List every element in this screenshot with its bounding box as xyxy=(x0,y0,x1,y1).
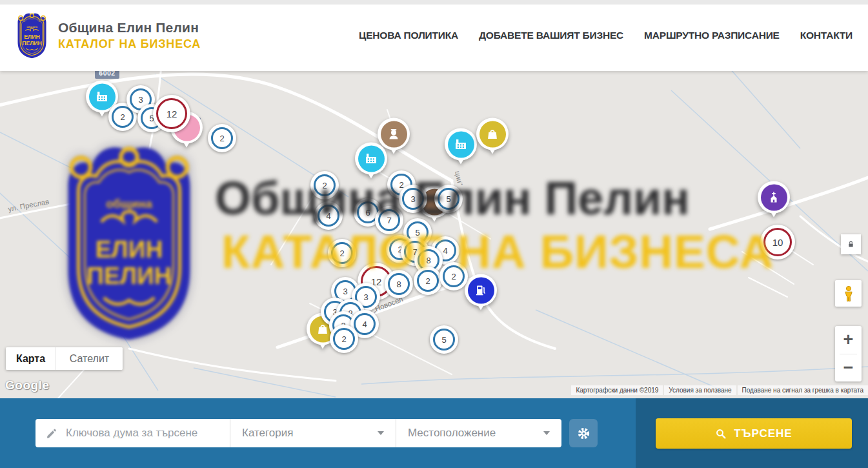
factory-icon xyxy=(94,89,110,105)
nav-item-contacts[interactable]: КОНТАКТИ xyxy=(800,30,853,41)
chevron-down-icon xyxy=(543,431,550,435)
worker-icon xyxy=(386,127,401,142)
cluster-count: 3 xyxy=(402,188,424,210)
category-select[interactable]: Категория xyxy=(230,419,396,447)
map-cluster-marker[interactable]: 2 xyxy=(330,325,358,353)
category-select-value: Категория xyxy=(242,427,293,440)
map-canvas[interactable]: 6002 ул. Преслав бул. „Новосел ции" 2351… xyxy=(0,71,868,398)
cluster-count: 8 xyxy=(388,273,410,295)
google-logo[interactable]: Google xyxy=(5,378,49,392)
cluster-count: 5 xyxy=(438,188,459,210)
pencil-icon xyxy=(46,427,58,440)
map-cluster-marker[interactable]: 12 xyxy=(153,95,190,132)
factory-icon xyxy=(363,151,379,167)
street-view-pegman-button[interactable] xyxy=(835,280,862,307)
keyword-field-wrap xyxy=(35,419,230,447)
map-pin-marker[interactable] xyxy=(355,143,387,175)
pin-ball xyxy=(476,118,509,150)
nav-item-pricing[interactable]: ЦЕНОВА ПОЛИТИКА xyxy=(359,30,458,41)
cluster-count: 7 xyxy=(378,209,400,231)
pegman-icon xyxy=(841,285,856,302)
pin-ball xyxy=(445,128,477,161)
pin-ball xyxy=(465,274,497,307)
cluster-count: 2 xyxy=(333,328,355,350)
location-select[interactable]: Местоположение xyxy=(396,419,561,447)
site-header: Община Елин Пелин КАТАЛОГ НА БИЗНЕСА ЦЕН… xyxy=(0,0,868,71)
municipality-emblem-icon xyxy=(14,10,50,61)
map-cluster-marker[interactable]: 2 xyxy=(310,171,339,199)
main-nav: ЦЕНОВА ПОЛИТИКА ДОБАВЕТЕ ВАШИЯТ БИЗНЕС М… xyxy=(359,0,853,71)
map-cluster-marker[interactable]: 10 xyxy=(760,225,795,259)
lock-icon xyxy=(846,239,856,249)
attribution-copyright: Картографски данни ©2019 xyxy=(571,385,663,395)
zoom-out-button[interactable]: − xyxy=(835,354,862,382)
map-cluster-marker[interactable]: 2 xyxy=(439,262,468,290)
map-cluster-marker[interactable]: 4 xyxy=(314,201,343,230)
cluster-count: 4 xyxy=(318,205,339,227)
cluster-count: 2 xyxy=(331,242,353,264)
nav-item-add-business[interactable]: ДОБАВЕТЕ ВАШИЯТ БИЗНЕС xyxy=(479,30,623,41)
cluster-count: 2 xyxy=(211,127,233,149)
church-icon xyxy=(766,190,782,205)
map-cluster-marker[interactable]: 8 xyxy=(385,270,413,298)
nav-item-bus-schedule[interactable]: МАРШРУТНО РАЗПИСАНИЕ xyxy=(644,30,780,41)
map-attribution: Картографски данни ©2019 Условия за полз… xyxy=(570,385,868,395)
advanced-search-button[interactable] xyxy=(569,419,598,447)
map-cluster-marker[interactable]: 5 xyxy=(434,185,463,213)
cluster-count: 2 xyxy=(443,265,465,287)
search-button[interactable]: ТЪРСЕНЕ xyxy=(656,418,852,449)
site-logo[interactable]: Община Елин Пелин КАТАЛОГ НА БИЗНЕСА xyxy=(14,10,201,61)
lock-button[interactable] xyxy=(841,234,861,254)
map-type-map-button[interactable]: Карта xyxy=(6,347,56,370)
map-cluster-marker[interactable]: 5 xyxy=(430,325,458,354)
search-icon xyxy=(715,428,727,440)
chevron-down-icon xyxy=(378,431,384,435)
map-cluster-marker[interactable]: 7 xyxy=(375,206,403,234)
factory-icon xyxy=(453,137,469,152)
map-cluster-marker[interactable]: 2 xyxy=(328,239,356,267)
search-button-label: ТЪРСЕНЕ xyxy=(734,427,792,440)
cluster-count: 12 xyxy=(156,98,187,129)
cluster-count: 5 xyxy=(433,329,455,351)
fuel-icon xyxy=(473,283,489,298)
pin-ball xyxy=(355,143,387,175)
keyword-search-input[interactable] xyxy=(66,427,222,440)
map-pin-marker[interactable] xyxy=(758,181,790,214)
map-markers: 2351222235467522748128223338342510 xyxy=(0,71,868,398)
map-pin-marker[interactable] xyxy=(476,118,509,150)
zoom-control: + − xyxy=(835,326,862,382)
map-type-control: Карта Сателит xyxy=(6,347,123,370)
cluster-count: 2 xyxy=(314,174,336,196)
map-cluster-marker[interactable]: 2 xyxy=(208,124,236,152)
map-type-satellite-button[interactable]: Сателит xyxy=(56,347,123,370)
zoom-in-button[interactable]: + xyxy=(835,326,862,354)
shopping-bag-icon xyxy=(485,127,500,142)
site-subtitle: КАТАЛОГ НА БИЗНЕСА xyxy=(58,37,201,51)
search-input-group: Категория Местоположение xyxy=(35,419,561,447)
attribution-report-link[interactable]: Подаване на сигнал за грешка в картата xyxy=(738,385,868,395)
attribution-terms-link[interactable]: Условия за ползване xyxy=(664,385,736,395)
pin-ball xyxy=(758,181,790,214)
location-select-value: Местоположение xyxy=(408,427,496,440)
site-title: Община Елин Пелин xyxy=(58,20,201,36)
cluster-count: 2 xyxy=(417,270,439,292)
map-pin-marker[interactable] xyxy=(465,274,497,307)
search-bar-section: Категория Местоположение ТЪРСЕНЕ xyxy=(0,398,868,468)
map-pin-marker[interactable] xyxy=(445,128,477,161)
map-cluster-marker[interactable]: 2 xyxy=(414,267,442,295)
cluster-count: 10 xyxy=(763,228,792,256)
gear-icon xyxy=(576,426,591,441)
